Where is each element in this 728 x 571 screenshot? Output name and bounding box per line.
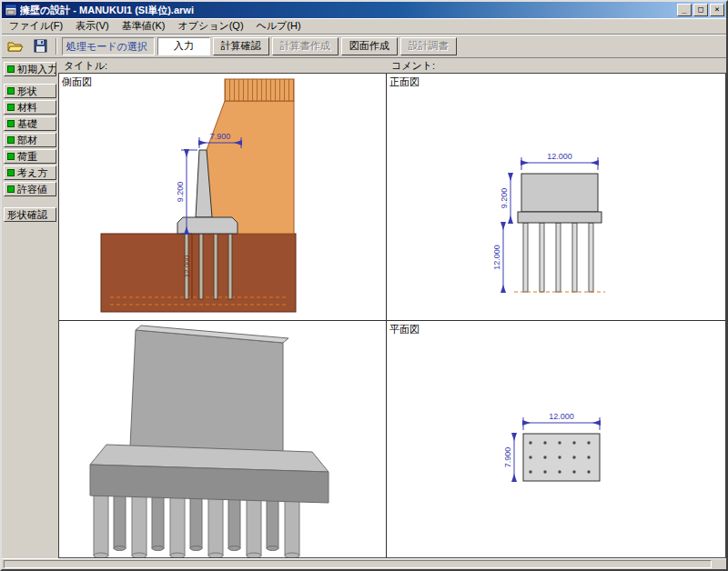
plan-dim-width-text: 12.000 bbox=[549, 412, 574, 421]
minimize-button[interactable]: _ bbox=[677, 4, 692, 16]
sidebar-item-allowable[interactable]: 許容値 bbox=[4, 182, 56, 196]
wall-front-face bbox=[130, 330, 283, 457]
title-field-label: タイトル: bbox=[58, 59, 386, 73]
side-dim-width-text: 7.900 bbox=[210, 132, 231, 141]
plan-view-label: 平面図 bbox=[389, 323, 420, 336]
mode-calc-check-button[interactable]: 計算確認 bbox=[213, 37, 269, 55]
menu-options[interactable]: オプション(Q) bbox=[171, 17, 249, 35]
front-view-drawing: 12.000 9.200 12.000 bbox=[387, 74, 725, 320]
front-view-panel: 正面図 bbox=[387, 74, 725, 321]
comment-field-label: コメント: bbox=[386, 59, 726, 73]
field-row: タイトル: コメント: bbox=[58, 58, 726, 73]
mode-input-button[interactable]: 入力 bbox=[157, 37, 210, 55]
green-status-icon bbox=[7, 104, 15, 111]
side-view-label: 側面図 bbox=[62, 75, 92, 89]
sidebar-item-initial-input[interactable]: 初期入力 bbox=[4, 62, 56, 76]
front-footing bbox=[518, 212, 602, 223]
plan-view-panel: 平面図 bbox=[387, 321, 725, 557]
side-dim-pile-text: 12.000 bbox=[183, 255, 191, 277]
sidebar-item-load[interactable]: 荷重 bbox=[4, 149, 56, 164]
status-pane bbox=[4, 560, 712, 568]
footing-front-face bbox=[90, 465, 329, 503]
toolbar-separator bbox=[56, 38, 57, 55]
side-soil bbox=[101, 234, 296, 312]
green-status-icon bbox=[7, 153, 15, 160]
maximize-button[interactable]: □ bbox=[693, 4, 708, 16]
front-dim-width-text: 12.000 bbox=[547, 152, 572, 161]
title-bar: 擁壁の設計 - MANUKUI1 (SI単位).arwi _ □ × bbox=[2, 2, 726, 18]
perspective-view-panel bbox=[59, 321, 387, 557]
menu-view[interactable]: 表示(V) bbox=[69, 17, 116, 35]
green-status-icon bbox=[7, 87, 15, 95]
menu-bar: ファイル(F) 表示(V) 基準値(K) オプション(Q) ヘルプ(H) bbox=[2, 18, 726, 35]
mode-design-record-button[interactable]: 設計調書 bbox=[400, 37, 457, 55]
sidebar-item-shape[interactable]: 形状 bbox=[4, 84, 56, 98]
green-status-icon bbox=[7, 136, 15, 144]
side-view-panel: 側面図 bbox=[59, 74, 387, 321]
front-piles bbox=[523, 223, 593, 292]
front-dim-height-text: 9.200 bbox=[500, 188, 509, 209]
sidebar-item-policy[interactable]: 考え方 bbox=[4, 165, 56, 180]
save-floppy-icon bbox=[34, 39, 47, 53]
menu-criteria[interactable]: 基準値(K) bbox=[116, 17, 172, 35]
front-view-label: 正面図 bbox=[389, 75, 420, 89]
green-status-icon bbox=[7, 120, 15, 127]
toolbar: 処理モードの選択 入力 計算確認 計算書作成 図面作成 設計調書 bbox=[2, 35, 726, 58]
mode-select-label: 処理モードの選択 bbox=[62, 37, 155, 55]
side-backfill bbox=[205, 101, 294, 234]
front-wall bbox=[521, 174, 598, 212]
drawing-grid: 側面図 bbox=[58, 73, 726, 558]
perspective-view-drawing bbox=[59, 321, 386, 557]
main-panel: タイトル: コメント: 側面図 bbox=[58, 58, 726, 558]
close-button[interactable]: × bbox=[710, 4, 724, 16]
save-button[interactable] bbox=[29, 36, 51, 55]
plan-view-drawing: 12.000 7.900 bbox=[387, 321, 725, 557]
open-file-button[interactable] bbox=[5, 36, 26, 55]
front-dim-pile-text: 12.000 bbox=[492, 245, 501, 270]
green-status-icon bbox=[7, 169, 15, 176]
sidebar: 初期入力 形状 材料 基礎 部材 荷重 bbox=[2, 58, 58, 558]
mode-report-button[interactable]: 計算書作成 bbox=[272, 37, 339, 55]
status-bar bbox=[2, 558, 726, 569]
green-status-icon bbox=[7, 65, 15, 73]
plan-dim-depth-text: 7.900 bbox=[503, 447, 512, 468]
content-area: 初期入力 形状 材料 基礎 部材 荷重 bbox=[2, 58, 726, 558]
mode-drawing-button[interactable]: 図面作成 bbox=[341, 37, 398, 55]
window-title: 擁壁の設計 - MANUKUI1 (SI単位).arwi bbox=[20, 4, 675, 17]
green-status-icon bbox=[7, 185, 15, 193]
app-icon bbox=[5, 4, 17, 16]
sidebar-gap bbox=[4, 198, 56, 207]
app-window: 擁壁の設計 - MANUKUI1 (SI単位).arwi _ □ × ファイル(… bbox=[0, 0, 728, 571]
menu-file[interactable]: ファイル(F) bbox=[3, 17, 69, 35]
open-folder-icon bbox=[7, 40, 24, 53]
sidebar-item-foundation[interactable]: 基礎 bbox=[4, 116, 56, 131]
side-backfill-hatch-cap bbox=[225, 79, 294, 101]
sidebar-item-member[interactable]: 部材 bbox=[4, 133, 56, 147]
resize-grip[interactable] bbox=[713, 560, 724, 568]
shape-confirm-button[interactable]: 形状確認 bbox=[4, 207, 56, 222]
menu-help[interactable]: ヘルプ(H) bbox=[250, 17, 308, 35]
sidebar-item-material[interactable]: 材料 bbox=[4, 100, 56, 115]
side-view-drawing: 7.900 9.200 12.000 bbox=[59, 74, 386, 320]
side-dim-height-text: 9.200 bbox=[176, 182, 185, 203]
